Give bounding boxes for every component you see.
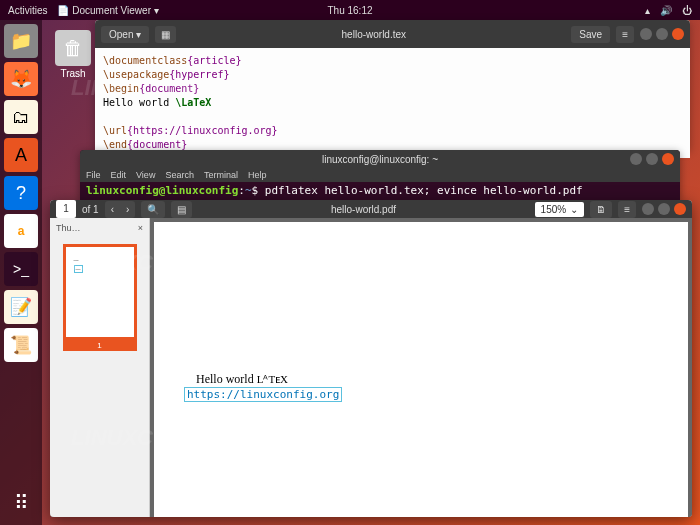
open-button[interactable]: Open ▾ [101, 26, 149, 43]
app-menu[interactable]: 📄 Document Viewer ▾ [57, 5, 158, 16]
page-count-label: of 1 [82, 204, 99, 215]
software-icon[interactable]: A [4, 138, 38, 172]
chevron-down-icon: ⌄ [570, 204, 578, 215]
menu-terminal[interactable]: Terminal [204, 170, 238, 180]
amazon-icon[interactable]: a [4, 214, 38, 248]
clock[interactable]: Thu 16:12 [327, 5, 372, 16]
term-minimize[interactable] [630, 153, 642, 165]
view-options-button[interactable]: 🗎 [590, 201, 612, 218]
new-tab-button[interactable]: ▦ [155, 26, 176, 43]
close-button[interactable] [672, 28, 684, 40]
sidebar-close-icon[interactable]: × [138, 223, 143, 233]
network-icon[interactable]: ▴ [645, 5, 650, 16]
terminal-content[interactable]: linuxconfig@linuxconfig:~$ pdflatex hell… [80, 182, 680, 199]
page-thumbnail[interactable]: — — 1 [63, 244, 137, 351]
menu-edit[interactable]: Edit [111, 170, 127, 180]
terminal-window: linuxconfig@linuxconfig: ~ File Edit Vie… [80, 150, 680, 200]
gedit-title: hello-world.tex [182, 29, 565, 40]
evince-window: 1 of 1 ‹ › 🔍 ▤ hello-world.pdf 150% ⌄ 🗎 … [50, 200, 692, 517]
evince-close[interactable] [674, 203, 686, 215]
show-apps-icon[interactable]: ⠿ [8, 485, 35, 521]
desktop: Activities 📄 Document Viewer ▾ Thu 16:12… [0, 0, 700, 525]
top-bar: Activities 📄 Document Viewer ▾ Thu 16:12… [0, 0, 700, 20]
pdf-text-hello: Hello world [196, 372, 257, 386]
term-close[interactable] [662, 153, 674, 165]
trash-label: Trash [55, 68, 91, 79]
evince-viewport[interactable]: Hello world LᴬTᴇX https://linuxconfig.or… [150, 218, 692, 517]
prev-page-button[interactable]: ‹ [105, 201, 120, 218]
firefox-icon[interactable]: 🦊 [4, 62, 38, 96]
gedit-headerbar: Open ▾ ▦ hello-world.tex Save ≡ [95, 20, 690, 48]
evince-menu-button[interactable]: ≡ [618, 201, 636, 218]
sidebar-mode-label[interactable]: Thu… [56, 223, 81, 233]
menu-file[interactable]: File [86, 170, 101, 180]
trash-icon[interactable]: 🗑 [55, 30, 91, 66]
terminal-titlebar: linuxconfig@linuxconfig: ~ [80, 150, 680, 168]
power-icon[interactable]: ⏻ [682, 5, 692, 16]
thumbnail-page-number: 1 [63, 340, 137, 351]
launcher-dock: 📁 🦊 🗂 A ? a >_ 📝 📜 ⠿ [0, 20, 42, 525]
gedit-window: Open ▾ ▦ hello-world.tex Save ≡ \documen… [95, 20, 690, 150]
nautilus-icon[interactable]: 🗂 [4, 100, 38, 134]
evince-maximize[interactable] [658, 203, 670, 215]
page-number-input[interactable]: 1 [56, 200, 76, 218]
document-viewer-icon[interactable]: 📜 [4, 328, 38, 362]
maximize-button[interactable] [656, 28, 668, 40]
menu-search[interactable]: Search [165, 170, 194, 180]
menu-view[interactable]: View [136, 170, 155, 180]
evince-minimize[interactable] [642, 203, 654, 215]
evince-title: hello-world.pdf [198, 204, 528, 215]
zoom-selector[interactable]: 150% ⌄ [535, 202, 585, 217]
sidebar-toggle-button[interactable]: ▤ [171, 201, 192, 218]
minimize-button[interactable] [640, 28, 652, 40]
pdf-url-link[interactable]: https://linuxconfig.org [184, 387, 342, 402]
volume-icon[interactable]: 🔊 [660, 5, 672, 16]
activities-button[interactable]: Activities [8, 5, 47, 16]
save-button[interactable]: Save [571, 26, 610, 43]
evince-headerbar: 1 of 1 ‹ › 🔍 ▤ hello-world.pdf 150% ⌄ 🗎 … [50, 200, 692, 218]
terminal-icon[interactable]: >_ [4, 252, 38, 286]
menu-help[interactable]: Help [248, 170, 267, 180]
files-icon[interactable]: 📁 [4, 24, 38, 58]
editor-content[interactable]: \documentclass{article} \usepackage{hype… [95, 48, 690, 158]
next-page-button[interactable]: › [120, 201, 135, 218]
search-button[interactable]: 🔍 [141, 201, 165, 218]
text-editor-icon[interactable]: 📝 [4, 290, 38, 324]
pdf-text-latex: LᴬTᴇX [257, 373, 288, 385]
terminal-menubar: File Edit View Search Terminal Help [80, 168, 680, 182]
term-maximize[interactable] [646, 153, 658, 165]
evince-sidebar: Thu… × — — 1 [50, 218, 150, 517]
hamburger-menu[interactable]: ≡ [616, 26, 634, 43]
trash[interactable]: 🗑 Trash [55, 30, 91, 79]
help-icon[interactable]: ? [4, 176, 38, 210]
pdf-page: Hello world LᴬTᴇX https://linuxconfig.or… [154, 222, 688, 517]
